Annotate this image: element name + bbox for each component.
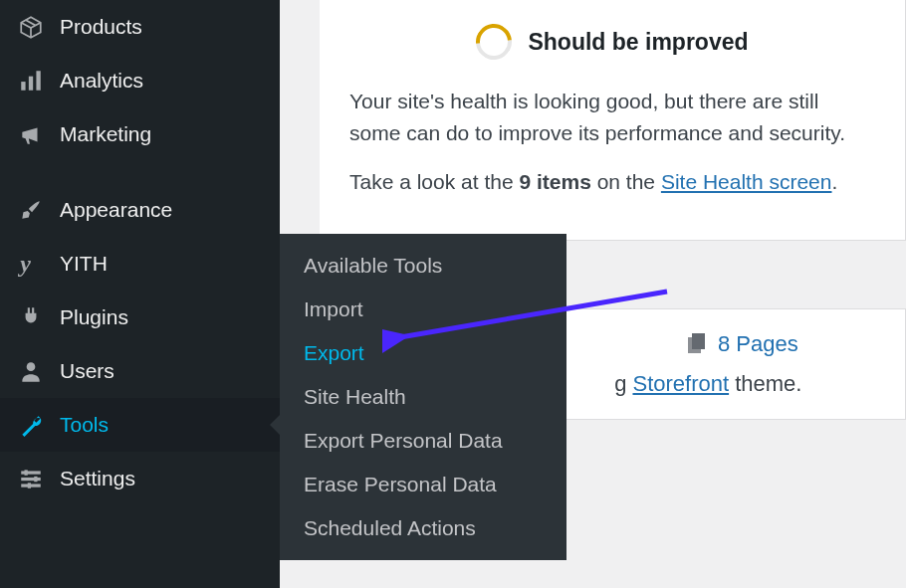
svg-rect-9	[34, 477, 37, 482]
sidebar-item-label: Marketing	[60, 122, 151, 146]
submenu-item-site-health[interactable]: Site Health	[280, 375, 566, 419]
theme-link[interactable]: Storefront	[632, 371, 729, 396]
sidebar-item-label: Settings	[60, 467, 135, 490]
health-cta-suffix: .	[831, 170, 837, 193]
health-status-title: Should be improved	[528, 29, 748, 56]
health-description: Your site's health is looking good, but …	[349, 86, 875, 148]
svg-rect-6	[21, 478, 41, 481]
sidebar-item-marketing[interactable]: Marketing	[0, 107, 280, 161]
health-text-line2: can do to improve its performance and se…	[406, 121, 845, 144]
pages-icon	[688, 333, 708, 355]
sidebar-item-analytics[interactable]: Analytics	[0, 54, 280, 107]
sidebar-item-label: Products	[60, 15, 142, 39]
health-header: Should be improved	[349, 24, 875, 60]
svg-rect-12	[692, 333, 705, 349]
sidebar-item-label: YITH	[60, 252, 108, 276]
theme-suffix: theme.	[729, 371, 801, 396]
sidebar-item-tools[interactable]: Tools	[0, 398, 280, 452]
svg-rect-5	[21, 471, 41, 474]
svg-point-4	[27, 362, 36, 371]
sidebar-item-appearance[interactable]: Appearance	[0, 183, 280, 237]
theme-prefix: g	[614, 371, 632, 396]
sidebar-item-label: Tools	[60, 413, 109, 437]
site-health-widget: Should be improved Your site's health is…	[320, 0, 906, 241]
plug-icon	[16, 302, 46, 332]
box-icon	[16, 12, 46, 42]
svg-text:y: y	[18, 251, 31, 277]
progress-circle-icon	[469, 17, 520, 68]
submenu-item-export[interactable]: Export	[280, 331, 566, 375]
health-items-count: 9 items	[519, 170, 590, 193]
health-cta: Take a look at the 9 items on the Site H…	[349, 166, 875, 198]
pages-link[interactable]: 8 Pages	[688, 331, 798, 357]
menu-separator	[0, 161, 280, 183]
megaphone-icon	[16, 119, 46, 149]
svg-rect-1	[29, 77, 33, 91]
paintbrush-icon	[16, 195, 46, 225]
admin-sidebar: Products Analytics Marketing Appearance …	[0, 0, 280, 588]
sidebar-item-yith[interactable]: y YITH	[0, 237, 280, 291]
svg-rect-10	[28, 483, 31, 488]
sidebar-item-label: Analytics	[60, 69, 143, 93]
svg-rect-2	[36, 71, 40, 91]
sidebar-item-label: Users	[60, 359, 114, 383]
submenu-item-import[interactable]: Import	[280, 288, 566, 331]
health-cta-mid: on the	[591, 170, 661, 193]
submenu-item-scheduled-actions[interactable]: Scheduled Actions	[280, 506, 566, 550]
submenu-item-export-personal-data[interactable]: Export Personal Data	[280, 419, 566, 463]
submenu-item-available-tools[interactable]: Available Tools	[280, 244, 566, 288]
sidebar-item-users[interactable]: Users	[0, 344, 280, 398]
pages-count-text: 8 Pages	[718, 331, 798, 357]
sliders-icon	[16, 464, 46, 493]
health-cta-prefix: Take a look at the	[349, 170, 519, 193]
sidebar-item-settings[interactable]: Settings	[0, 452, 280, 505]
yith-icon: y	[16, 249, 46, 279]
user-icon	[16, 356, 46, 386]
tools-submenu: Available Tools Import Export Site Healt…	[280, 234, 566, 560]
submenu-item-erase-personal-data[interactable]: Erase Personal Data	[280, 463, 566, 506]
sidebar-item-products[interactable]: Products	[0, 0, 280, 54]
sidebar-item-plugins[interactable]: Plugins	[0, 291, 280, 344]
bar-chart-icon	[16, 66, 46, 96]
sidebar-item-label: Plugins	[60, 305, 128, 329]
svg-rect-8	[25, 470, 28, 475]
site-health-link[interactable]: Site Health screen	[661, 170, 832, 193]
sidebar-item-label: Appearance	[60, 198, 172, 222]
svg-rect-0	[21, 82, 25, 91]
wrench-icon	[16, 410, 46, 440]
